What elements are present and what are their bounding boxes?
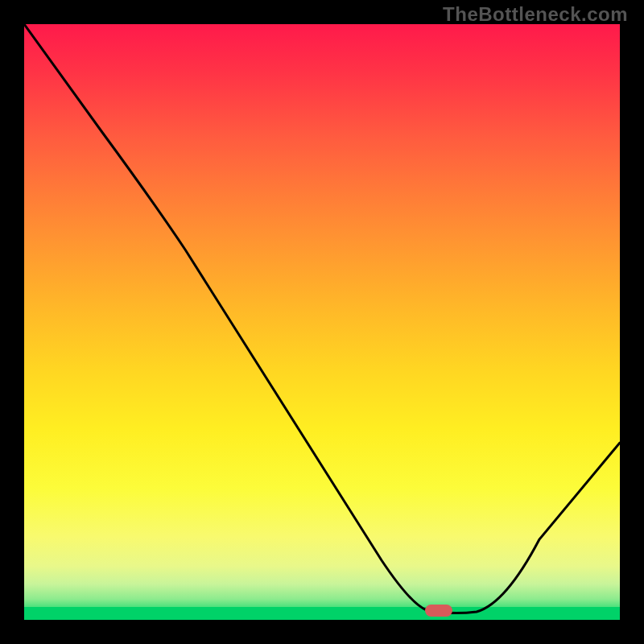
bottleneck-curve-path	[24, 24, 620, 613]
chart-baseline-strip	[24, 607, 620, 620]
optimal-marker	[425, 605, 452, 617]
chart-plot-area	[24, 24, 620, 620]
watermark-text: TheBottleneck.com	[443, 3, 628, 26]
chart-page: TheBottleneck.com	[0, 0, 644, 644]
chart-curve	[24, 24, 620, 620]
